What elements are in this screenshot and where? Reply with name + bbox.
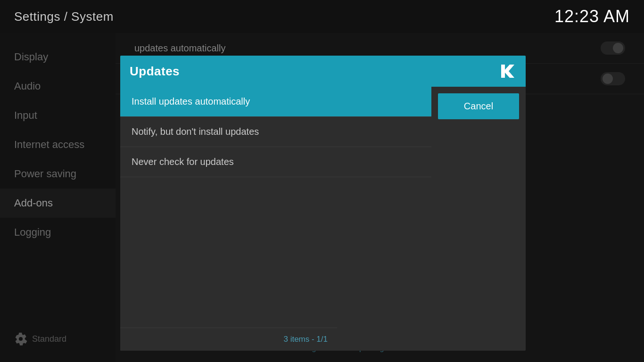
clock: 12:23 AM	[554, 7, 630, 26]
dialog-list-wrapper: Install updates automatically Notify, bu…	[120, 87, 431, 351]
dialog-body: Install updates automatically Notify, bu…	[120, 87, 526, 351]
items-count: 3 items - 1/1	[283, 335, 328, 344]
dialog-actions: Cancel	[431, 87, 526, 351]
updates-dialog: Updates Install updates automatically No…	[120, 56, 526, 351]
cancel-button[interactable]: Cancel	[438, 93, 519, 119]
dialog-list-item-notify[interactable]: Notify, but don't install updates	[120, 117, 431, 147]
dialog-list-item-install-auto[interactable]: Install updates automatically	[120, 87, 431, 117]
page-title: Settings / System	[14, 9, 114, 24]
header: Settings / System 12:23 AM	[0, 0, 644, 33]
dialog-footer: 3 items - 1/1	[120, 328, 337, 351]
dialog-header: Updates	[120, 56, 526, 87]
dialog-list-item-never-check[interactable]: Never check for updates	[120, 147, 431, 177]
svg-marker-1	[501, 65, 514, 78]
dialog-list: Install updates automatically Notify, bu…	[120, 87, 431, 177]
dialog-title: Updates	[130, 64, 180, 79]
kodi-logo-icon	[497, 62, 516, 81]
